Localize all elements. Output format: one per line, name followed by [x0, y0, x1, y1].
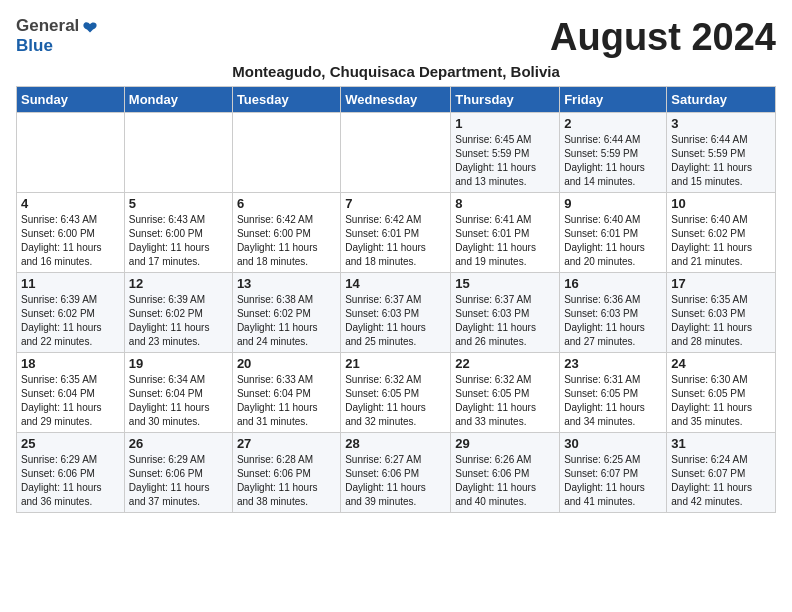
day-number: 11	[21, 276, 120, 291]
calendar-day-5: 5Sunrise: 6:43 AM Sunset: 6:00 PM Daylig…	[124, 193, 232, 273]
day-number: 2	[564, 116, 662, 131]
day-number: 30	[564, 436, 662, 451]
day-number: 10	[671, 196, 771, 211]
calendar-empty-cell	[341, 113, 451, 193]
day-info: Sunrise: 6:43 AM Sunset: 6:00 PM Dayligh…	[21, 213, 120, 269]
day-number: 15	[455, 276, 555, 291]
weekday-header-sunday: Sunday	[17, 87, 125, 113]
header: General Blue August 2024	[16, 16, 776, 59]
calendar-day-19: 19Sunrise: 6:34 AM Sunset: 6:04 PM Dayli…	[124, 353, 232, 433]
day-info: Sunrise: 6:34 AM Sunset: 6:04 PM Dayligh…	[129, 373, 228, 429]
day-info: Sunrise: 6:32 AM Sunset: 6:05 PM Dayligh…	[345, 373, 446, 429]
day-number: 29	[455, 436, 555, 451]
calendar-day-24: 24Sunrise: 6:30 AM Sunset: 6:05 PM Dayli…	[667, 353, 776, 433]
calendar-day-27: 27Sunrise: 6:28 AM Sunset: 6:06 PM Dayli…	[232, 433, 340, 513]
day-info: Sunrise: 6:28 AM Sunset: 6:06 PM Dayligh…	[237, 453, 336, 509]
month-title: August 2024	[550, 16, 776, 59]
calendar-day-15: 15Sunrise: 6:37 AM Sunset: 6:03 PM Dayli…	[451, 273, 560, 353]
day-info: Sunrise: 6:40 AM Sunset: 6:02 PM Dayligh…	[671, 213, 771, 269]
day-info: Sunrise: 6:29 AM Sunset: 6:06 PM Dayligh…	[21, 453, 120, 509]
day-info: Sunrise: 6:41 AM Sunset: 6:01 PM Dayligh…	[455, 213, 555, 269]
day-number: 1	[455, 116, 555, 131]
weekday-header-thursday: Thursday	[451, 87, 560, 113]
calendar-week-row: 18Sunrise: 6:35 AM Sunset: 6:04 PM Dayli…	[17, 353, 776, 433]
calendar-day-2: 2Sunrise: 6:44 AM Sunset: 5:59 PM Daylig…	[560, 113, 667, 193]
day-info: Sunrise: 6:44 AM Sunset: 5:59 PM Dayligh…	[564, 133, 662, 189]
day-info: Sunrise: 6:37 AM Sunset: 6:03 PM Dayligh…	[345, 293, 446, 349]
day-info: Sunrise: 6:40 AM Sunset: 6:01 PM Dayligh…	[564, 213, 662, 269]
calendar-day-8: 8Sunrise: 6:41 AM Sunset: 6:01 PM Daylig…	[451, 193, 560, 273]
calendar-day-7: 7Sunrise: 6:42 AM Sunset: 6:01 PM Daylig…	[341, 193, 451, 273]
logo: General Blue	[16, 16, 99, 56]
day-number: 6	[237, 196, 336, 211]
day-info: Sunrise: 6:39 AM Sunset: 6:02 PM Dayligh…	[21, 293, 120, 349]
day-number: 18	[21, 356, 120, 371]
day-number: 16	[564, 276, 662, 291]
weekday-header-monday: Monday	[124, 87, 232, 113]
calendar-day-29: 29Sunrise: 6:26 AM Sunset: 6:06 PM Dayli…	[451, 433, 560, 513]
day-number: 19	[129, 356, 228, 371]
day-info: Sunrise: 6:36 AM Sunset: 6:03 PM Dayligh…	[564, 293, 662, 349]
calendar-week-row: 1Sunrise: 6:45 AM Sunset: 5:59 PM Daylig…	[17, 113, 776, 193]
calendar-day-4: 4Sunrise: 6:43 AM Sunset: 6:00 PM Daylig…	[17, 193, 125, 273]
day-number: 14	[345, 276, 446, 291]
weekday-header-row: SundayMondayTuesdayWednesdayThursdayFrid…	[17, 87, 776, 113]
day-info: Sunrise: 6:27 AM Sunset: 6:06 PM Dayligh…	[345, 453, 446, 509]
day-number: 17	[671, 276, 771, 291]
calendar-day-10: 10Sunrise: 6:40 AM Sunset: 6:02 PM Dayli…	[667, 193, 776, 273]
day-number: 20	[237, 356, 336, 371]
calendar-day-3: 3Sunrise: 6:44 AM Sunset: 5:59 PM Daylig…	[667, 113, 776, 193]
day-info: Sunrise: 6:42 AM Sunset: 6:01 PM Dayligh…	[345, 213, 446, 269]
calendar-day-13: 13Sunrise: 6:38 AM Sunset: 6:02 PM Dayli…	[232, 273, 340, 353]
calendar-day-11: 11Sunrise: 6:39 AM Sunset: 6:02 PM Dayli…	[17, 273, 125, 353]
day-info: Sunrise: 6:35 AM Sunset: 6:04 PM Dayligh…	[21, 373, 120, 429]
calendar-day-21: 21Sunrise: 6:32 AM Sunset: 6:05 PM Dayli…	[341, 353, 451, 433]
calendar-day-20: 20Sunrise: 6:33 AM Sunset: 6:04 PM Dayli…	[232, 353, 340, 433]
calendar-day-18: 18Sunrise: 6:35 AM Sunset: 6:04 PM Dayli…	[17, 353, 125, 433]
calendar-day-23: 23Sunrise: 6:31 AM Sunset: 6:05 PM Dayli…	[560, 353, 667, 433]
calendar-empty-cell	[17, 113, 125, 193]
weekday-header-saturday: Saturday	[667, 87, 776, 113]
day-number: 3	[671, 116, 771, 131]
day-info: Sunrise: 6:42 AM Sunset: 6:00 PM Dayligh…	[237, 213, 336, 269]
day-number: 27	[237, 436, 336, 451]
day-info: Sunrise: 6:32 AM Sunset: 6:05 PM Dayligh…	[455, 373, 555, 429]
day-info: Sunrise: 6:39 AM Sunset: 6:02 PM Dayligh…	[129, 293, 228, 349]
logo-bird-icon	[81, 19, 99, 37]
day-number: 22	[455, 356, 555, 371]
calendar-day-1: 1Sunrise: 6:45 AM Sunset: 5:59 PM Daylig…	[451, 113, 560, 193]
day-number: 7	[345, 196, 446, 211]
calendar-day-6: 6Sunrise: 6:42 AM Sunset: 6:00 PM Daylig…	[232, 193, 340, 273]
calendar-day-12: 12Sunrise: 6:39 AM Sunset: 6:02 PM Dayli…	[124, 273, 232, 353]
calendar-day-28: 28Sunrise: 6:27 AM Sunset: 6:06 PM Dayli…	[341, 433, 451, 513]
day-info: Sunrise: 6:30 AM Sunset: 6:05 PM Dayligh…	[671, 373, 771, 429]
day-info: Sunrise: 6:29 AM Sunset: 6:06 PM Dayligh…	[129, 453, 228, 509]
calendar-empty-cell	[124, 113, 232, 193]
day-number: 12	[129, 276, 228, 291]
calendar-table: SundayMondayTuesdayWednesdayThursdayFrid…	[16, 86, 776, 513]
day-info: Sunrise: 6:37 AM Sunset: 6:03 PM Dayligh…	[455, 293, 555, 349]
calendar-day-30: 30Sunrise: 6:25 AM Sunset: 6:07 PM Dayli…	[560, 433, 667, 513]
day-number: 23	[564, 356, 662, 371]
calendar-day-31: 31Sunrise: 6:24 AM Sunset: 6:07 PM Dayli…	[667, 433, 776, 513]
day-info: Sunrise: 6:45 AM Sunset: 5:59 PM Dayligh…	[455, 133, 555, 189]
calendar-day-9: 9Sunrise: 6:40 AM Sunset: 6:01 PM Daylig…	[560, 193, 667, 273]
logo-general: General	[16, 16, 79, 36]
calendar-day-26: 26Sunrise: 6:29 AM Sunset: 6:06 PM Dayli…	[124, 433, 232, 513]
calendar-day-25: 25Sunrise: 6:29 AM Sunset: 6:06 PM Dayli…	[17, 433, 125, 513]
day-info: Sunrise: 6:31 AM Sunset: 6:05 PM Dayligh…	[564, 373, 662, 429]
weekday-header-tuesday: Tuesday	[232, 87, 340, 113]
day-info: Sunrise: 6:33 AM Sunset: 6:04 PM Dayligh…	[237, 373, 336, 429]
day-number: 13	[237, 276, 336, 291]
day-number: 26	[129, 436, 228, 451]
weekday-header-friday: Friday	[560, 87, 667, 113]
day-number: 9	[564, 196, 662, 211]
day-number: 8	[455, 196, 555, 211]
day-number: 24	[671, 356, 771, 371]
calendar-day-17: 17Sunrise: 6:35 AM Sunset: 6:03 PM Dayli…	[667, 273, 776, 353]
day-number: 28	[345, 436, 446, 451]
day-number: 21	[345, 356, 446, 371]
calendar-day-14: 14Sunrise: 6:37 AM Sunset: 6:03 PM Dayli…	[341, 273, 451, 353]
day-info: Sunrise: 6:26 AM Sunset: 6:06 PM Dayligh…	[455, 453, 555, 509]
calendar-week-row: 11Sunrise: 6:39 AM Sunset: 6:02 PM Dayli…	[17, 273, 776, 353]
